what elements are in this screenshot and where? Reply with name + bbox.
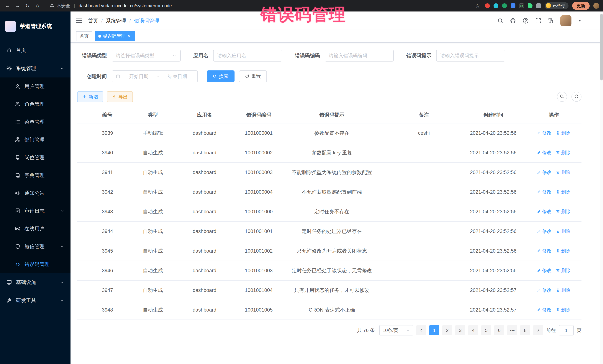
delete-link[interactable]: 删除 — [556, 169, 570, 175]
forward-icon[interactable]: → — [14, 3, 21, 9]
sidebar-item-users[interactable]: 用户管理 — [0, 77, 70, 95]
add-button[interactable]: 新增 — [77, 91, 103, 102]
error-code-input[interactable]: 请输入错误码编码 — [325, 50, 394, 62]
refresh-table-icon[interactable] — [571, 92, 581, 102]
page-button[interactable]: 1 — [429, 325, 439, 335]
scrollbar-thumb[interactable] — [600, 14, 603, 80]
app-name-input[interactable]: 请输入应用名 — [213, 50, 282, 62]
sidebar-item-online-users[interactable]: 在线用户 — [0, 220, 70, 238]
sidebar-item-roles[interactable]: 角色管理 — [0, 95, 70, 113]
reload-icon[interactable]: ↻ — [24, 3, 31, 9]
extension-icon[interactable] — [485, 3, 490, 8]
date-range-picker[interactable]: 开始日期 - 结束日期 — [112, 70, 198, 82]
sidebar-item-audit-logs[interactable]: 审计日志 — [0, 202, 70, 220]
more-pages-button[interactable]: ••• — [507, 325, 517, 335]
page-button[interactable]: 2 — [442, 325, 452, 335]
error-type-select[interactable]: 请选择错误码类型 — [112, 50, 181, 62]
delete-link[interactable]: 删除 — [556, 130, 570, 136]
back-icon[interactable]: ← — [4, 3, 11, 9]
edit-link[interactable]: 修改 — [537, 150, 551, 156]
page-button[interactable]: 4 — [468, 325, 478, 335]
hamburger-menu-icon[interactable] — [76, 19, 82, 23]
page-button[interactable]: 6 — [494, 325, 504, 335]
update-button[interactable]: 更新 — [572, 2, 590, 10]
user-avatar[interactable] — [560, 15, 571, 26]
next-page-button[interactable] — [533, 325, 543, 335]
extension-on-icon[interactable]: on — [519, 3, 524, 8]
sidebar-item-infrastructure[interactable]: 基础设施 — [0, 273, 70, 291]
edit-link[interactable]: 修改 — [537, 287, 551, 293]
page-button[interactable]: 8 — [520, 325, 530, 335]
page-scrollbar[interactable] — [600, 11, 603, 364]
sidebar-item-home[interactable]: 首页 — [0, 41, 70, 59]
edit-link[interactable]: 修改 — [537, 267, 551, 274]
sidebar-item-devtools[interactable]: 研发工具 — [0, 291, 70, 309]
tags-view-bar: 首页 错误码管理 — [70, 30, 603, 43]
fullscreen-icon[interactable] — [535, 18, 541, 24]
extension-icon[interactable] — [528, 3, 533, 8]
extension-icon[interactable] — [510, 3, 515, 8]
breadcrumb-item-home[interactable]: 首页 — [88, 17, 98, 24]
delete-link[interactable]: 删除 — [556, 228, 570, 234]
delete-link[interactable]: 删除 — [556, 248, 570, 254]
page-size-select[interactable]: 10条/页 — [379, 325, 413, 335]
page-button[interactable]: 5 — [481, 325, 491, 335]
goto-page-input[interactable]: 1 — [559, 325, 574, 335]
sidebar-item-menus[interactable]: 菜单管理 — [0, 113, 70, 131]
edit-link[interactable]: 修改 — [537, 209, 551, 215]
extension-icon[interactable] — [536, 3, 541, 8]
prev-page-button[interactable] — [416, 325, 426, 335]
edit-link[interactable]: 修改 — [537, 248, 551, 254]
extension-icon[interactable] — [494, 3, 498, 8]
caret-down-icon[interactable] — [578, 19, 581, 22]
delete-link[interactable]: 删除 — [556, 307, 570, 313]
error-hint-input[interactable]: 请输入错误码提示 — [436, 50, 505, 62]
reset-button[interactable]: 重置 — [239, 70, 267, 82]
tab-error-code[interactable]: 错误码管理 — [95, 31, 135, 41]
error-hint-label: 错误码提示 — [406, 52, 431, 59]
toggle-search-icon[interactable] — [557, 92, 567, 102]
cell-ops: 修改删除 — [526, 300, 581, 320]
cell-id: 3939 — [77, 123, 138, 143]
sidebar-item-departments[interactable]: 部门管理 — [0, 131, 70, 149]
chevron-down-icon — [60, 298, 64, 302]
delete-link[interactable]: 删除 — [556, 209, 570, 215]
edit-link[interactable]: 修改 — [537, 307, 551, 313]
online-icon — [15, 226, 20, 232]
cell-code: 1001000004 — [241, 182, 276, 202]
sidebar-item-posts[interactable]: 岗位管理 — [0, 149, 70, 166]
github-icon[interactable] — [510, 18, 516, 24]
export-button[interactable]: 导出 — [107, 91, 133, 102]
delete-link[interactable]: 删除 — [556, 287, 570, 293]
paused-badge[interactable]: 已暂停 — [545, 2, 568, 9]
table-row: 3940 自动生成 dashboard 1001000002 参数配置 key … — [77, 143, 581, 163]
sidebar-item-sms[interactable]: 短信管理 — [0, 238, 70, 255]
edit-link[interactable]: 修改 — [537, 130, 551, 136]
bookmark-star-icon[interactable]: ☆ — [474, 3, 481, 9]
home-icon[interactable]: ⌂ — [34, 3, 41, 9]
edit-link[interactable]: 修改 — [537, 228, 551, 234]
edit-link[interactable]: 修改 — [537, 189, 551, 195]
edit-icon — [537, 308, 541, 312]
close-icon[interactable] — [127, 34, 131, 38]
delete-link[interactable]: 删除 — [556, 267, 570, 274]
cell-time: 2021-04-20 23:52:57 — [461, 300, 526, 320]
delete-link[interactable]: 删除 — [556, 150, 570, 156]
address-bar[interactable]: 不安全 | dashboard.yudao.iocoder.cn/system/… — [50, 3, 172, 9]
sidebar-item-error-codes[interactable]: 错误码管理 — [0, 255, 70, 273]
page-button[interactable]: 3 — [455, 325, 465, 335]
browser-profile-avatar[interactable] — [593, 3, 599, 9]
search-button[interactable]: 搜索 — [207, 70, 234, 82]
sidebar-item-dicts[interactable]: 字典管理 — [0, 166, 70, 184]
sidebar-item-system[interactable]: 系统管理 — [0, 59, 70, 77]
help-icon[interactable] — [522, 18, 529, 24]
edit-link[interactable]: 修改 — [537, 169, 551, 175]
tab-home[interactable]: 首页 — [76, 31, 93, 41]
font-size-icon[interactable] — [548, 18, 554, 24]
breadcrumb-item-system[interactable]: 系统管理 — [106, 17, 126, 24]
search-icon[interactable] — [497, 18, 504, 24]
delete-link[interactable]: 删除 — [556, 189, 570, 195]
sidebar-item-notices[interactable]: 通知公告 — [0, 184, 70, 202]
cell-type: 自动生成 — [138, 202, 168, 221]
extension-icon[interactable] — [502, 3, 507, 8]
